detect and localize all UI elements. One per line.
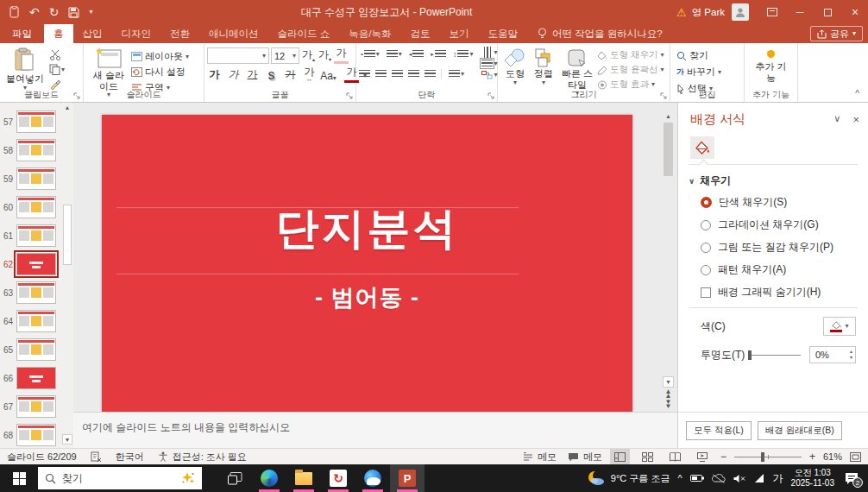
- find-button[interactable]: 찾기: [676, 48, 741, 63]
- transparency-slider[interactable]: [748, 355, 801, 356]
- shapes-button[interactable]: 도형 ▾: [500, 47, 530, 87]
- dialog-launcher-icon[interactable]: [73, 92, 81, 100]
- taskbar-edge-button[interactable]: [252, 464, 286, 492]
- zoom-level[interactable]: 61%: [823, 451, 842, 462]
- spell-check-button[interactable]: [91, 451, 102, 462]
- copy-button[interactable]: ▾: [47, 63, 66, 76]
- align-left-button[interactable]: [359, 70, 370, 78]
- network-icon[interactable]: [753, 474, 765, 483]
- slide-subtitle-text[interactable]: - 범어동 -: [102, 282, 632, 313]
- slide-counter[interactable]: 슬라이드 62/209: [0, 451, 77, 464]
- spin-down-icon[interactable]: ▾: [850, 355, 852, 361]
- scroll-down-icon[interactable]: ▼: [663, 376, 674, 388]
- change-case-button[interactable]: Aa▾: [321, 68, 336, 83]
- copilot-icon[interactable]: [181, 472, 195, 484]
- bold-button[interactable]: 가: [207, 68, 222, 83]
- previous-slide-button[interactable]: ▲▲: [665, 390, 672, 398]
- slide-thumbnail[interactable]: 65: [3, 338, 61, 361]
- font-size-combo[interactable]: 12 ▾: [271, 47, 299, 64]
- taskbar-search-box[interactable]: 찾기: [38, 467, 202, 489]
- color-picker-button[interactable]: ▾: [823, 317, 856, 336]
- tab-insert[interactable]: 삽입: [73, 24, 112, 43]
- slide-thumbnail[interactable]: 67: [3, 395, 61, 418]
- task-view-button[interactable]: [217, 464, 252, 492]
- zoom-slider[interactable]: [734, 457, 802, 457]
- slide-thumbnail[interactable]: 57: [3, 110, 61, 133]
- arrange-button[interactable]: 정렬 ▾: [530, 47, 557, 87]
- solid-fill-radio[interactable]: 단색 채우기(S): [701, 195, 868, 210]
- tab-help[interactable]: 도움말: [478, 24, 527, 43]
- slide-thumbnail[interactable]: 64: [3, 310, 61, 332]
- slide-thumbnail[interactable]: 59: [3, 167, 61, 190]
- dialog-launcher-icon[interactable]: [487, 92, 495, 100]
- taskbar-explorer-button[interactable]: [286, 464, 321, 492]
- volume-muted-icon[interactable]: [733, 474, 745, 483]
- strikethrough-button[interactable]: 가: [283, 68, 298, 83]
- scroll-down-icon[interactable]: ▼: [62, 434, 72, 445]
- tell-me-search[interactable]: 어떤 작업을 원하시나요?: [538, 28, 663, 41]
- slide-canvas[interactable]: 단지분석 - 범어동 -: [102, 115, 632, 412]
- share-button[interactable]: 공유 ▾: [810, 26, 863, 41]
- dialog-launcher-icon[interactable]: [346, 92, 354, 100]
- undo-icon[interactable]: ↶: [29, 6, 40, 18]
- line-spacing-button[interactable]: ↕▾: [451, 49, 475, 60]
- normal-view-button[interactable]: [610, 449, 630, 464]
- tab-view[interactable]: 보기: [439, 24, 478, 43]
- character-spacing-button[interactable]: 가↔: [302, 68, 317, 83]
- slide-thumbnail[interactable]: 61: [3, 224, 61, 247]
- restore-button[interactable]: [815, 0, 840, 24]
- comments-toggle-button[interactable]: 메모: [568, 451, 602, 464]
- start-button[interactable]: [0, 464, 38, 492]
- language-button[interactable]: 한국어: [116, 451, 144, 464]
- tray-expand-icon[interactable]: ^: [677, 473, 682, 483]
- decrease-indent-button[interactable]: ◂: [407, 49, 426, 59]
- taskbar-whale-button[interactable]: [355, 464, 390, 492]
- gradient-fill-radio[interactable]: 그라데이션 채우기(G): [701, 218, 868, 232]
- fill-section-header[interactable]: ∨ 채우기: [689, 173, 868, 188]
- slide-thumbnail[interactable]: 60: [3, 196, 61, 218]
- zoom-out-button[interactable]: −: [720, 451, 726, 463]
- align-text-button[interactable]: ▾: [480, 59, 499, 68]
- notification-center-button[interactable]: 2: [842, 470, 861, 487]
- ribbon-display-options-icon[interactable]: [759, 0, 785, 24]
- slide-thumbnail[interactable]: 62: [3, 253, 61, 275]
- shape-fill-button[interactable]: 도형 채우기▾: [597, 48, 664, 62]
- paste-button[interactable]: 붙여넣기 ▾: [3, 47, 47, 92]
- align-center-button[interactable]: [375, 70, 387, 78]
- reset-button[interactable]: 다시 설정: [131, 65, 189, 79]
- thumbnail-scrollbar[interactable]: ▲ ▼: [61, 103, 73, 448]
- text-direction-button[interactable]: ▾: [480, 47, 499, 57]
- distribute-button[interactable]: [425, 70, 436, 78]
- tab-file[interactable]: 파일: [0, 24, 44, 43]
- align-right-button[interactable]: [392, 70, 403, 78]
- text-shadow-button[interactable]: S: [264, 68, 279, 83]
- font-name-combo[interactable]: ▾: [207, 47, 269, 64]
- avatar[interactable]: [732, 3, 749, 21]
- fill-tab-button[interactable]: [690, 136, 714, 159]
- qat-customize-icon[interactable]: ▾: [89, 9, 92, 16]
- smartart-button[interactable]: ▾: [480, 70, 499, 80]
- spin-up-icon[interactable]: ▴: [850, 349, 852, 355]
- slide-thumbnail[interactable]: 68: [3, 424, 61, 446]
- bullets-button[interactable]: •▾: [359, 49, 381, 59]
- scrollbar-thumb[interactable]: [664, 123, 673, 176]
- redo-icon[interactable]: ↻: [49, 6, 60, 18]
- reading-view-button[interactable]: [665, 449, 685, 464]
- replace-button[interactable]: 가 바꾸기 ▾: [676, 65, 741, 79]
- panel-options-icon[interactable]: ∨: [833, 113, 840, 126]
- slide-sorter-view-button[interactable]: [638, 449, 657, 464]
- ime-indicator[interactable]: 가: [773, 471, 783, 486]
- taskbar-powerpoint-button[interactable]: P: [390, 464, 425, 492]
- slide-thumbnail[interactable]: 66: [3, 367, 61, 389]
- apply-to-all-button[interactable]: 모두 적용(L): [686, 421, 752, 440]
- increase-font-button[interactable]: 가▴: [301, 48, 316, 63]
- tab-slideshow[interactable]: 슬라이드 쇼: [268, 24, 340, 43]
- weather-widget[interactable]: 9°C 구름 조금: [578, 470, 670, 487]
- taskbar-sync-app-button[interactable]: ↻: [321, 464, 355, 492]
- layout-button[interactable]: 레이아웃 ▾: [131, 49, 189, 64]
- save-icon[interactable]: [68, 7, 79, 18]
- slide-thumbnail[interactable]: 63: [3, 281, 61, 304]
- transparency-spinner[interactable]: 0% ▴▾: [809, 346, 856, 363]
- next-slide-button[interactable]: ▼▼: [665, 401, 672, 408]
- decrease-font-button[interactable]: 가▾: [318, 48, 332, 63]
